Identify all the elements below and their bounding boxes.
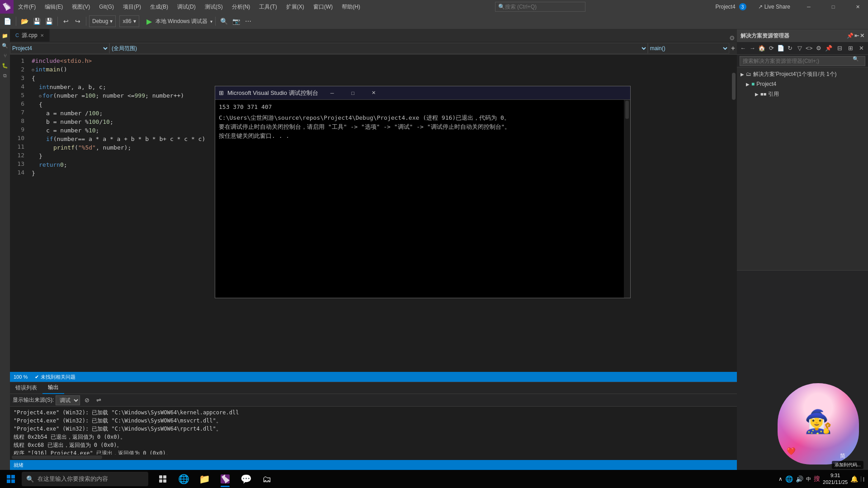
se-search-input[interactable] [740, 56, 865, 66]
editor-scrollbar[interactable] [731, 55, 737, 372]
start-button[interactable] [0, 470, 22, 488]
references-node[interactable]: ▶ ■■ 引用 [737, 89, 868, 99]
project-node[interactable]: ▶ ■ Project4 [737, 79, 868, 89]
activity-search[interactable]: 🔍 [0, 41, 9, 50]
se-new-file-btn[interactable]: 📄 [777, 43, 785, 53]
add-to-code-button[interactable]: 添加到代码... [832, 461, 863, 469]
console-close-btn[interactable]: ✕ [363, 86, 384, 100]
output-tab[interactable]: 输出 [42, 382, 64, 394]
menu-edit[interactable]: 编辑(E) [40, 0, 67, 14]
se-expand-btn[interactable]: ⊞ [845, 43, 855, 53]
menu-extensions[interactable]: 扩展(X) [282, 0, 309, 14]
se-settings-btn[interactable]: ⚙ [814, 43, 823, 53]
redo-btn[interactable]: ↪ [72, 15, 83, 28]
output-source-dropdown[interactable]: 调试 [56, 395, 80, 405]
console-body[interactable]: 153 370 371 407 C:\Users\尘世闲游\source\rep… [215, 100, 624, 298]
folder-icon[interactable]: 🗂 [257, 470, 277, 488]
volume-icon[interactable]: 🔊 [796, 475, 803, 483]
undo-btn[interactable]: ↩ [61, 15, 71, 28]
activity-extensions[interactable]: ⧉ [0, 71, 9, 80]
nav-plus-button[interactable]: + [729, 44, 737, 52]
activity-debug[interactable]: 🐛 [0, 61, 9, 70]
menu-view[interactable]: 视图(V) [67, 0, 94, 14]
se-home-btn[interactable]: 🏠 [758, 43, 766, 53]
platform-dropdown[interactable]: x86 ▾ [119, 15, 139, 27]
close-button[interactable]: ✕ [847, 0, 868, 14]
open-btn[interactable]: 📂 [19, 15, 30, 28]
output-scroll-thumb[interactable] [12, 455, 102, 459]
screenshot-btn[interactable]: 📷 [231, 15, 242, 28]
menu-git[interactable]: Git(G) [94, 0, 118, 14]
save-all-btn[interactable]: 💾 [43, 15, 55, 28]
console-scrollbar[interactable] [624, 100, 630, 298]
notification-center-icon[interactable]: 🔔 [850, 475, 858, 483]
time-display[interactable]: 9:31 2021/11/25 [823, 472, 848, 486]
menu-help[interactable]: 帮助(H) [337, 0, 365, 14]
scroll-thumb[interactable] [732, 73, 736, 100]
menu-file[interactable]: 文件(F) [14, 0, 40, 14]
notification-badge[interactable]: 3 [739, 3, 746, 10]
se-forward-btn[interactable]: → [748, 43, 757, 53]
live-share-button[interactable]: ↗ Live Share [754, 4, 795, 10]
se-pin-icon[interactable]: 📌 [847, 33, 854, 39]
activity-git[interactable]: ⑂ [0, 51, 9, 60]
se-close-icon[interactable]: ✕ [860, 33, 864, 39]
menu-project[interactable]: 项目(P) [118, 0, 146, 14]
line-numbers: 12345 678910 11121314 [10, 55, 28, 372]
explorer-icon[interactable]: 📁 [194, 470, 214, 488]
file-path-dropdown[interactable]: Project4 [10, 43, 109, 54]
tab-close-icon[interactable]: ✕ [40, 33, 44, 38]
source-tab[interactable]: C 源.cpp ✕ [10, 29, 50, 42]
task-view-btn[interactable] [153, 470, 173, 488]
solution-node[interactable]: ▶ 🗂 解决方案'Project4'(1个项目/共 1个) [737, 69, 868, 79]
run-button[interactable]: ▶ [144, 17, 155, 26]
menu-analyze[interactable]: 分析(N) [227, 0, 255, 14]
output-scrollbar[interactable] [10, 455, 737, 460]
wrap-output-btn[interactable]: ⇌ [94, 395, 104, 405]
title-search-input[interactable] [505, 4, 568, 10]
more-btn[interactable]: ⋯ [243, 15, 254, 28]
edge-icon[interactable]: 🌐 [174, 470, 193, 488]
error-list-tab[interactable]: 错误列表 [10, 382, 42, 394]
main-scope-dropdown[interactable]: main() [648, 43, 729, 54]
se-arrow-icon[interactable]: ⇤ [854, 33, 859, 39]
new-project-btn[interactable]: 📄 [2, 15, 13, 28]
se-refresh-btn[interactable]: ↻ [786, 43, 794, 53]
menu-test[interactable]: 测试(S) [200, 0, 227, 14]
time-text: 9:31 [823, 472, 848, 479]
menu-debug[interactable]: 调试(D) [173, 0, 200, 14]
settings-icon[interactable]: ⚙ [729, 34, 735, 42]
console-maximize-btn[interactable]: □ [343, 86, 363, 100]
console-scroll-thumb[interactable] [625, 101, 629, 119]
se-minimize-btn[interactable]: ⊟ [835, 43, 844, 53]
desktop-icon[interactable]: | [861, 476, 864, 482]
vs-taskbar-icon[interactable] [215, 470, 235, 488]
se-filter-btn[interactable]: ▽ [795, 43, 804, 53]
input-lang-icon[interactable]: 中 [806, 476, 811, 483]
find-btn[interactable]: 🔍 [218, 15, 230, 28]
save-btn[interactable]: 💾 [31, 15, 42, 28]
se-back-btn[interactable]: ← [739, 43, 747, 53]
tray-up-arrow[interactable]: ∧ [778, 476, 783, 482]
taskbar-search[interactable]: 🔍 在这里输入你要搜索的内容 [22, 472, 148, 486]
ref-icon: ■■ [760, 91, 766, 97]
clear-output-btn[interactable]: ⊘ [82, 395, 92, 405]
sogou-icon[interactable]: 搜 [814, 475, 820, 483]
maximize-button[interactable]: □ [823, 0, 844, 14]
menu-build[interactable]: 生成(B) [146, 0, 173, 14]
se-pin-btn[interactable]: 📌 [824, 43, 834, 53]
chevron-run-icon: ▾ [210, 19, 212, 24]
menu-window[interactable]: 窗口(W) [309, 0, 337, 14]
se-code-btn[interactable]: <> [805, 43, 813, 53]
se-sync-btn[interactable]: ⟳ [767, 43, 776, 53]
minimize-button[interactable]: ─ [798, 0, 819, 14]
se-close2-btn[interactable]: ✕ [856, 43, 866, 53]
menu-tools[interactable]: 工具(T) [255, 0, 281, 14]
network-icon[interactable]: 🌐 [785, 475, 793, 483]
activity-explorer[interactable]: 📁 [0, 31, 9, 40]
wechat-icon[interactable]: 💬 [236, 470, 256, 488]
title-search-box[interactable]: 🔍 [495, 2, 585, 12]
console-minimize-btn[interactable]: ─ [322, 86, 343, 100]
debug-config-dropdown[interactable]: Debug ▾ [89, 15, 116, 27]
global-scope-dropdown[interactable]: (全局范围) [109, 43, 648, 54]
